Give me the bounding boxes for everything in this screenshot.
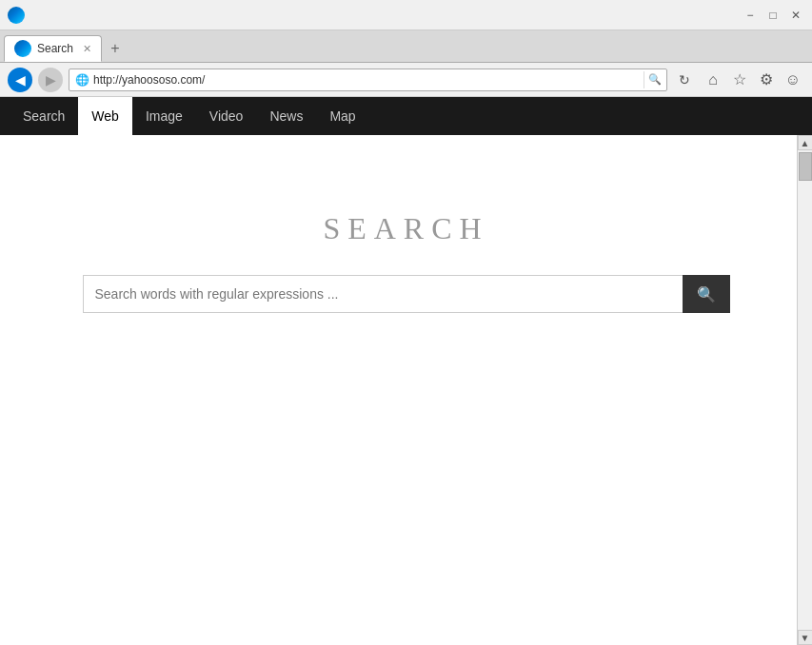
title-bar-right: − □ ✕ (742, 7, 804, 24)
browser-tab[interactable]: Search ✕ (4, 35, 102, 62)
back-button[interactable]: ◀ (8, 68, 32, 92)
nav-brand: Search (10, 97, 78, 135)
nav-item-image[interactable]: Image (132, 97, 196, 135)
maximize-button[interactable]: □ (764, 7, 782, 24)
search-title: SEARCH (323, 211, 488, 246)
tab-label: Search (37, 42, 73, 55)
url-search-button[interactable]: 🔍 (644, 71, 661, 88)
settings-button[interactable]: ⚙ (755, 68, 778, 91)
main-content: SEARCH 🔍 ▲ ▼ (0, 135, 812, 645)
home-button[interactable]: ⌂ (702, 68, 724, 91)
minimize-button[interactable]: − (742, 7, 759, 24)
search-submit-icon: 🔍 (697, 285, 716, 303)
tab-bar: Search ✕ + (0, 30, 812, 63)
browser-logo (8, 7, 25, 24)
nav-bar: Search Web Image Video News Map (0, 97, 812, 135)
refresh-button[interactable]: ↻ (673, 68, 696, 91)
favorites-button[interactable]: ☆ (728, 68, 751, 91)
title-bar-left (8, 7, 25, 24)
scroll-thumb[interactable] (799, 152, 812, 181)
forward-button[interactable]: ▶ (38, 68, 63, 92)
security-icon: 🌐 (75, 73, 89, 87)
tab-favicon (14, 40, 31, 57)
scroll-down-button[interactable]: ▼ (798, 630, 813, 645)
new-tab-button[interactable]: + (102, 35, 129, 62)
nav-item-video[interactable]: Video (196, 97, 257, 135)
tab-close-button[interactable]: ✕ (83, 43, 91, 55)
address-bar: ◀ ▶ 🌐 🔍 ↻ ⌂ ☆ ⚙ ☺ (0, 63, 812, 97)
nav-item-news[interactable]: News (256, 97, 316, 135)
scroll-up-button[interactable]: ▲ (798, 135, 813, 150)
nav-item-web[interactable]: Web (78, 97, 132, 135)
emoji-button[interactable]: ☺ (782, 68, 804, 91)
search-box-container: 🔍 (83, 275, 730, 313)
scroll-track (798, 150, 812, 630)
url-box: 🌐 🔍 (69, 68, 667, 91)
close-button[interactable]: ✕ (787, 7, 804, 24)
search-submit-button[interactable]: 🔍 (683, 275, 730, 313)
nav-item-map[interactable]: Map (316, 97, 368, 135)
search-input[interactable] (83, 275, 683, 313)
url-input[interactable] (93, 73, 640, 87)
toolbar-icons: ⌂ ☆ ⚙ ☺ (702, 68, 804, 91)
title-bar: − □ ✕ (0, 0, 812, 30)
scrollbar: ▲ ▼ (797, 135, 812, 645)
